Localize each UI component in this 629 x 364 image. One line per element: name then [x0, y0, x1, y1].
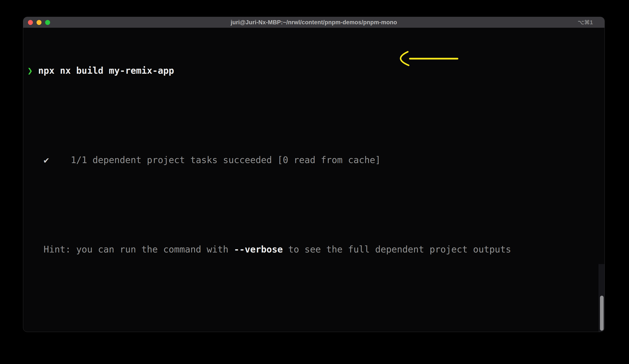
zoom-button[interactable]: [45, 20, 50, 25]
verbose-flag: --verbose: [234, 244, 283, 255]
tab-shortcut-label: ⌥⌘1: [578, 17, 593, 28]
hint-text-pre: Hint: you can run the command with: [27, 244, 234, 255]
blank-line: [27, 199, 605, 210]
typed-command: npx nx build my-remix-app: [33, 65, 174, 76]
blank-line: [27, 110, 605, 121]
scrollbar-thumb[interactable]: [600, 296, 604, 331]
traffic-lights: [28, 17, 50, 28]
dependent-tasks-line: ✔ 1/1 dependent project tasks succeeded …: [27, 154, 605, 166]
blank-line: [27, 289, 605, 300]
checkmark-icon: ✔: [27, 155, 49, 165]
close-button[interactable]: [28, 20, 33, 25]
terminal-window: juri@Juri-Nx-MBP:~/nrwl/content/pnpm-dem…: [23, 17, 605, 332]
dependent-tasks-text: 1/1 dependent project tasks succeeded [0…: [49, 155, 380, 165]
hint-line: Hint: you can run the command with --ver…: [27, 244, 605, 255]
command-line: ❯ npx nx build my-remix-app: [27, 65, 605, 76]
prompt-chevron-icon: ❯: [27, 65, 33, 76]
title-bar[interactable]: juri@Juri-Nx-MBP:~/nrwl/content/pnpm-dem…: [23, 17, 605, 28]
scrollbar-track[interactable]: [599, 264, 605, 332]
desktop: { "window": { "title": "juri@Juri-Nx-MBP…: [0, 0, 629, 364]
minimize-button[interactable]: [36, 20, 41, 25]
terminal-screen[interactable]: ❯ npx nx build my-remix-app ✔ 1/1 depend…: [23, 28, 605, 332]
window-title: juri@Juri-Nx-MBP:~/nrwl/content/pnpm-dem…: [231, 19, 397, 26]
hint-text-post: to see the full dependent project output…: [283, 244, 511, 255]
